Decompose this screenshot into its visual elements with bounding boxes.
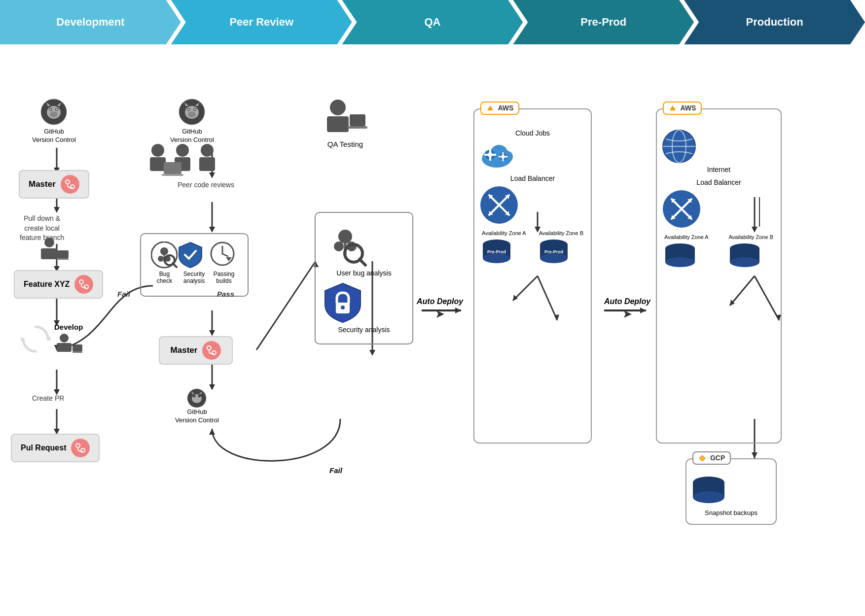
gcp-snapshot: Snapshot backups — [691, 473, 771, 516]
prod-internet: Internet — [662, 129, 776, 173]
preprod-auto-deploy: Auto Deploy ➤ — [604, 297, 650, 321]
prod-load-balancer: Load Balancer — [662, 178, 776, 229]
peer-master-label: Master — [171, 345, 198, 355]
peer-bug-check-label: Bug check — [151, 271, 178, 284]
svg-point-113 — [338, 230, 352, 243]
preprod-aws-box: AWS Cloud Jobs — [473, 108, 592, 444]
stage-peer-review: Peer Review — [171, 0, 352, 44]
svg-text:Pre-Prod: Pre-Prod — [487, 249, 506, 254]
svg-rect-59 — [58, 250, 69, 258]
prod-aws-label: AWS — [680, 104, 696, 112]
svg-point-92 — [158, 256, 164, 262]
stage-dev-label: Development — [56, 16, 124, 29]
prod-aws-box: AWS Internet Load Balancer — [656, 108, 782, 444]
preprod-aws-badge: AWS — [480, 102, 519, 115]
svg-marker-43 — [752, 452, 757, 458]
svg-rect-128 — [489, 149, 491, 153]
dev-create-pr-label: Create PR — [32, 392, 64, 406]
qa-auto-deploy-text: Auto Deploy — [417, 297, 463, 307]
svg-point-127 — [488, 152, 493, 157]
svg-rect-88 — [164, 162, 181, 174]
svg-rect-67 — [57, 343, 72, 352]
bug-check-item: Bug check — [151, 241, 178, 284]
peer-passing-label: Passing builds — [210, 271, 238, 284]
peer-github-icon — [179, 99, 206, 126]
dev-feature-merge-icon — [74, 275, 93, 294]
peer-master-box: Master — [159, 336, 233, 365]
svg-marker-44 — [209, 429, 215, 435]
preprod-aws-label: AWS — [498, 104, 513, 112]
dev-create-pr-text: Create PR — [32, 394, 64, 404]
prod-avail-b: Availability Zone B — [729, 234, 773, 240]
svg-point-177 — [693, 491, 724, 503]
svg-marker-17 — [209, 330, 215, 336]
svg-point-149 — [483, 253, 510, 263]
peer-github: GitHubVersion Control — [170, 99, 214, 144]
svg-line-21 — [256, 261, 316, 350]
svg-point-91 — [160, 247, 168, 255]
svg-rect-87 — [199, 157, 215, 171]
svg-point-70 — [76, 444, 80, 447]
qa-testing-label: QA Testing — [327, 140, 363, 148]
svg-point-133 — [501, 155, 505, 159]
svg-rect-60 — [58, 258, 69, 260]
svg-point-81 — [194, 109, 195, 110]
svg-point-66 — [60, 334, 69, 342]
svg-point-153 — [540, 253, 568, 263]
stage-qa: QA — [342, 0, 523, 44]
dev-master-merge-icon — [61, 175, 79, 194]
svg-point-173 — [730, 257, 759, 267]
peer-pass-text: Pass — [217, 290, 234, 298]
svg-point-114 — [334, 241, 344, 251]
qa-content-box: User bug analysis Security analysis — [315, 212, 413, 344]
cloud-jobs: Cloud Jobs — [479, 129, 586, 170]
qa-security-item: Security analysis — [323, 282, 405, 334]
svg-rect-129 — [489, 157, 491, 161]
stage-prod-label: Production — [746, 16, 803, 29]
svg-line-118 — [360, 259, 365, 265]
svg-point-82 — [151, 144, 164, 157]
svg-point-77 — [188, 111, 196, 117]
stage-peer-label: Peer Review — [229, 16, 293, 29]
preprod-load-balancer: Load Balancer — [479, 174, 586, 225]
github-icon — [40, 99, 68, 126]
svg-point-61 — [79, 280, 83, 284]
dev-develop-label: Develop — [54, 323, 84, 331]
preprod-avail-a: Availability Zone A — [482, 230, 526, 237]
svg-marker-24 — [369, 350, 375, 356]
peer-code-reviews-label: Peer code reviews — [178, 178, 234, 192]
svg-rect-112 — [348, 126, 367, 129]
svg-point-57 — [44, 238, 54, 247]
gcp-badge: GCP — [692, 451, 731, 465]
peer-code-label-text: Peer code reviews — [178, 180, 234, 190]
peer-reviewers-icon — [143, 140, 222, 180]
svg-line-99 — [222, 254, 228, 256]
svg-rect-137 — [505, 156, 507, 158]
preprod-cloud-jobs-label: Cloud Jobs — [479, 129, 586, 137]
stage-development: Development — [0, 0, 181, 44]
peer-pass-label: Pass — [217, 290, 234, 298]
dev-master-label: Master — [29, 179, 56, 189]
svg-marker-121 — [487, 105, 493, 110]
svg-rect-134 — [503, 152, 504, 155]
passing-builds-item: Passing builds — [210, 241, 238, 284]
dev-github-label: GitHubVersion Control — [32, 128, 76, 144]
dev-pull-request-merge-icon — [71, 439, 90, 457]
dev-develop-section: Develop — [21, 323, 84, 355]
svg-line-96 — [173, 263, 177, 267]
svg-rect-69 — [72, 351, 82, 353]
prod-zone-a: Availability Zone A — [664, 234, 709, 270]
svg-point-53 — [56, 109, 57, 110]
preprod-zone-b: Availability Zone B Pre-Prod — [539, 230, 583, 266]
dev-github: GitHubVersion Control — [32, 99, 76, 144]
stage-preprod: Pre-Prod — [513, 0, 694, 44]
stage-prod: Production — [684, 0, 865, 44]
peer-github2: GitHubVersion Control — [175, 388, 219, 425]
dev-feature-box: Feature XYZ — [14, 270, 103, 299]
gcp-label: GCP — [710, 454, 725, 462]
svg-point-54 — [66, 180, 70, 184]
dev-person-icon — [37, 237, 72, 264]
qa-person: QA Testing — [323, 99, 367, 148]
svg-rect-135 — [503, 158, 504, 161]
qa-fail-label: Fail — [329, 466, 342, 475]
